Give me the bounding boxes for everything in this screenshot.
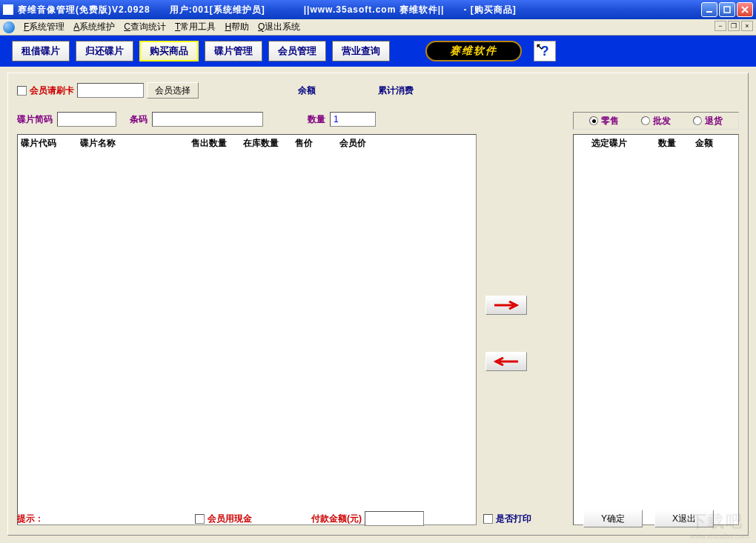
print-label: 是否打印 bbox=[496, 513, 531, 525]
qty-input[interactable] bbox=[330, 112, 376, 127]
return-button[interactable]: 归还碟片 bbox=[76, 41, 133, 61]
help-icon[interactable]: ? bbox=[534, 41, 556, 61]
disc-code-input[interactable] bbox=[57, 112, 116, 127]
member-mgmt-button[interactable]: 会员管理 bbox=[268, 41, 326, 61]
cash-checkbox[interactable] bbox=[195, 514, 205, 524]
remove-from-cart-button[interactable] bbox=[485, 352, 527, 371]
col-sold-qty: 售出数量 bbox=[191, 137, 243, 150]
minimize-button[interactable] bbox=[701, 2, 717, 17]
mdi-close[interactable]: × bbox=[741, 21, 753, 31]
print-checkbox[interactable] bbox=[483, 514, 493, 524]
toolbar: 租借碟片 归还碟片 购买商品 碟片管理 会员管理 营业查询 赛维软件 ? bbox=[0, 36, 756, 67]
col-member-price: 会员价 bbox=[339, 137, 391, 150]
buy-button[interactable]: 购买商品 bbox=[139, 41, 199, 61]
col-stock-qty: 在库数量 bbox=[243, 137, 295, 150]
menu-help[interactable]: H帮助 bbox=[222, 19, 252, 35]
app-icon bbox=[3, 4, 13, 15]
barcode-input[interactable] bbox=[152, 112, 263, 127]
col-selected-amount: 金额 bbox=[695, 137, 732, 150]
menu-maint[interactable]: A系统维护 bbox=[70, 19, 118, 35]
sale-type-group: 零售 批发 退货 bbox=[573, 112, 739, 130]
col-disc-code: 碟片代码 bbox=[21, 137, 80, 150]
rent-button[interactable]: 租借碟片 bbox=[12, 41, 70, 61]
qty-label: 数量 bbox=[308, 113, 325, 126]
mdi-restore[interactable]: ❐ bbox=[728, 21, 740, 31]
radio-wholesale[interactable]: 批发 bbox=[641, 115, 671, 127]
member-card-input[interactable] bbox=[77, 83, 144, 98]
menu-query[interactable]: C查询统计 bbox=[121, 19, 169, 35]
balance-label: 余额 bbox=[298, 84, 316, 97]
selected-grid[interactable]: 选定碟片 数量 金额 bbox=[573, 134, 739, 525]
menu-exit[interactable]: Q退出系统 bbox=[255, 19, 303, 35]
cash-label: 会员用現金 bbox=[208, 513, 252, 525]
col-selected-qty: 数量 bbox=[658, 137, 695, 150]
main-panel: 会员请刷卡 会员选择 余额 累计消费 碟片简码 条码 数量 零售 批发 退货 碟… bbox=[7, 73, 749, 536]
window-title: 赛维音像管理(免费版)V2.0928 用户:001[系统维护员] ||www.3… bbox=[18, 4, 701, 16]
radio-return[interactable]: 退货 bbox=[693, 115, 723, 127]
menu-system[interactable]: F系统管理 bbox=[21, 19, 67, 35]
col-disc-name: 碟片名称 bbox=[80, 137, 191, 150]
svg-rect-0 bbox=[706, 11, 712, 13]
col-price: 售价 bbox=[295, 137, 339, 150]
menu-tools[interactable]: T常用工具 bbox=[172, 19, 219, 35]
pay-amount-input[interactable] bbox=[365, 511, 424, 526]
disc-code-label: 碟片简码 bbox=[17, 113, 53, 126]
confirm-button[interactable]: Y确定 bbox=[583, 510, 643, 527]
close-button[interactable] bbox=[737, 2, 753, 17]
member-swipe-checkbox[interactable] bbox=[17, 86, 27, 96]
titlebar: 赛维音像管理(免费版)V2.0928 用户:001[系统维护员] ||www.3… bbox=[0, 0, 756, 19]
menubar: F系统管理 A系统维护 C查询统计 T常用工具 H帮助 Q退出系统 − ❐ × bbox=[0, 19, 756, 36]
tip-label: 提示： bbox=[17, 513, 195, 525]
svg-rect-1 bbox=[724, 7, 730, 13]
exit-button[interactable]: X退出 bbox=[654, 510, 714, 527]
workarea: 会员请刷卡 会员选择 余额 累计消费 碟片简码 条码 数量 零售 批发 退货 碟… bbox=[0, 67, 756, 543]
brand-badge: 赛维软件 bbox=[425, 41, 522, 61]
add-to-cart-button[interactable] bbox=[485, 296, 527, 315]
barcode-label: 条码 bbox=[130, 113, 147, 126]
mdi-minimize[interactable]: − bbox=[714, 21, 726, 31]
maximize-button[interactable] bbox=[719, 2, 735, 17]
globe-icon bbox=[3, 21, 15, 33]
available-grid[interactable]: 碟片代码 碟片名称 售出数量 在库数量 售价 会员价 bbox=[17, 134, 477, 525]
col-selected-disc: 选定碟片 bbox=[591, 137, 658, 150]
radio-retail[interactable]: 零售 bbox=[589, 115, 619, 127]
disc-mgmt-button[interactable]: 碟片管理 bbox=[205, 41, 262, 61]
total-spent-label: 累计消费 bbox=[378, 84, 414, 97]
biz-query-button[interactable]: 营业查询 bbox=[332, 41, 390, 61]
member-select-button[interactable]: 会员选择 bbox=[147, 82, 199, 99]
pay-label: 付款金额(元) bbox=[311, 513, 362, 525]
member-swipe-label: 会员请刷卡 bbox=[30, 84, 74, 97]
